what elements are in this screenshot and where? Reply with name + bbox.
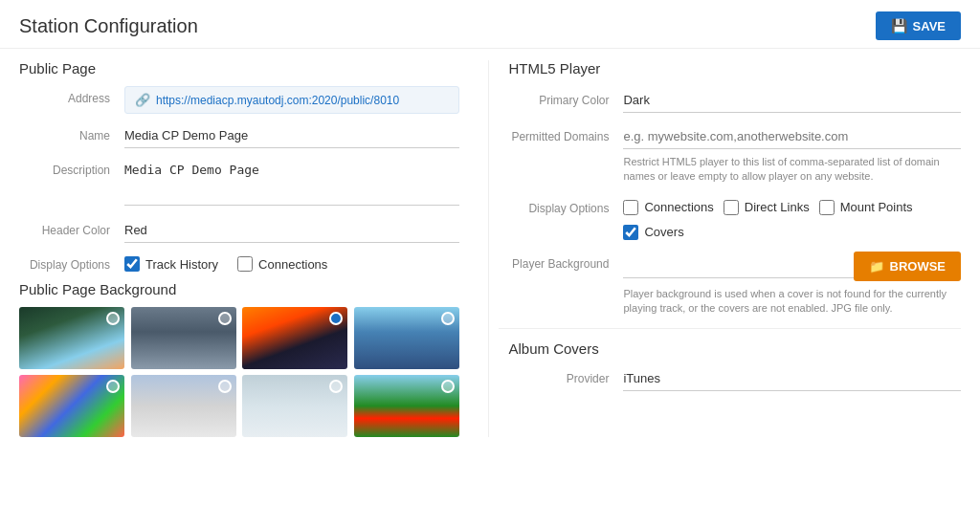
description-label: Description (19, 158, 124, 177)
bg-radio-mist2 (329, 380, 343, 393)
description-input[interactable]: Media CP Demo Page (124, 158, 459, 206)
save-icon: 💾 (891, 18, 907, 33)
header-color-input[interactable] (124, 218, 459, 243)
permitted-domains-help: Restrict HTML5 player to this list of co… (623, 155, 961, 185)
track-history-checkbox[interactable]: Track History (124, 256, 218, 272)
name-label: Name (19, 123, 124, 142)
bg-grid (19, 307, 459, 437)
rp-direct-links-checkbox[interactable]: Direct Links (724, 200, 810, 215)
provider-input[interactable] (623, 366, 961, 391)
rp-connections-checkbox[interactable]: Connections (623, 200, 713, 215)
player-bg-input[interactable] (623, 253, 853, 278)
header-color-label: Header Color (19, 218, 124, 237)
rp-mount-points-checkbox[interactable]: Mount Points (819, 200, 913, 215)
divider (499, 328, 961, 329)
player-bg-help: Player background is used when a cover i… (623, 287, 961, 317)
address-link[interactable]: https://mediacp.myautodj.com:2020/public… (156, 94, 399, 107)
bg-item-art[interactable] (19, 375, 124, 437)
browse-button[interactable]: 📁 BROWSE (854, 252, 962, 281)
name-input[interactable] (124, 123, 459, 148)
address-label: Address (19, 86, 124, 105)
bg-item-mist2[interactable] (242, 375, 347, 437)
bg-section-title: Public Page Background (19, 281, 459, 297)
provider-label: Provider (508, 366, 623, 385)
bg-radio-ocean (441, 312, 455, 325)
bg-radio-mist1 (218, 380, 232, 393)
browse-icon: 📁 (869, 259, 884, 274)
public-page-title: Public Page (19, 60, 459, 77)
link-icon: 🔗 (135, 93, 150, 107)
html5-player-title: HTML5 Player (499, 60, 961, 77)
bg-radio-rocks (218, 312, 232, 325)
bg-radio-road (329, 312, 343, 325)
bg-item-road[interactable] (242, 307, 347, 369)
rp-covers-checkbox[interactable]: Covers (623, 225, 683, 240)
bg-radio-art (106, 380, 120, 393)
primary-color-input[interactable] (623, 88, 961, 113)
player-bg-label: Player Background (508, 252, 623, 271)
save-button[interactable]: 💾 SAVE (876, 11, 961, 40)
album-covers-title: Album Covers (508, 340, 961, 357)
page-title: Station Configuration (19, 15, 198, 37)
bg-item-forest[interactable] (19, 307, 124, 369)
bg-item-rocks[interactable] (131, 307, 236, 369)
bg-radio-poppies (441, 380, 455, 393)
address-box: 🔗 https://mediacp.myautodj.com:2020/publ… (124, 86, 459, 114)
bg-radio-forest (106, 312, 120, 325)
display-options-label: Display Options (19, 252, 124, 272)
connections-checkbox[interactable]: Connections (237, 256, 327, 272)
permitted-domains-input[interactable] (623, 124, 961, 149)
permitted-domains-label: Permitted Domains (508, 124, 623, 143)
bg-item-mist1[interactable] (131, 375, 236, 437)
rp-display-options-label: Display Options (508, 196, 623, 215)
bg-item-ocean[interactable] (354, 307, 459, 369)
bg-item-poppies[interactable] (354, 375, 459, 437)
primary-color-label: Primary Color (508, 88, 623, 107)
